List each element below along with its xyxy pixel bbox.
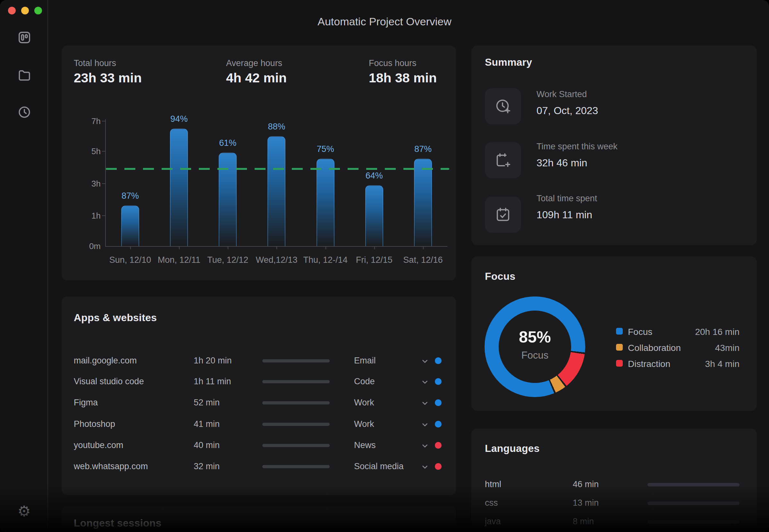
category-dropdown-button[interactable] bbox=[421, 463, 429, 471]
productivity-dot[interactable] bbox=[435, 357, 442, 364]
bar-group-sat: 87% Sat, 12/16 bbox=[399, 121, 447, 246]
language-name: css bbox=[485, 498, 498, 508]
app-category: Work bbox=[354, 398, 374, 408]
language-time: 8 min bbox=[573, 517, 594, 527]
weekly-overview-card: Total hours 23h 33 min Average hours 4h … bbox=[62, 46, 456, 280]
sidebar-item-history[interactable] bbox=[15, 103, 33, 121]
summary-value: 109h 11 min bbox=[537, 209, 592, 221]
close-window-button[interactable] bbox=[8, 7, 16, 14]
minimize-window-button[interactable] bbox=[21, 7, 29, 14]
app-usage-bar bbox=[262, 380, 330, 383]
app-name: Visual studio code bbox=[74, 377, 144, 387]
bar bbox=[121, 205, 139, 246]
language-usage-bar bbox=[648, 502, 740, 505]
y-tick-mark bbox=[102, 183, 105, 184]
folder-icon bbox=[17, 78, 31, 83]
app-row-whatsapp[interactable]: web.whatsapp.com 32 min Social media bbox=[62, 460, 456, 473]
clock-icon bbox=[17, 115, 31, 120]
summary-label: Work Started bbox=[537, 89, 587, 99]
y-tick-label: 1h bbox=[91, 211, 101, 220]
productivity-dot[interactable] bbox=[435, 399, 442, 406]
summary-card: Summary Work Started 07, Oct, 2023 Time … bbox=[472, 46, 757, 245]
category-dropdown-button[interactable] bbox=[421, 442, 429, 450]
focus-percent: 85% bbox=[485, 328, 585, 346]
x-tick-label: Sun, 12/10 bbox=[109, 255, 151, 265]
y-tick-label: 3h bbox=[91, 179, 101, 189]
legend-label: Distraction bbox=[628, 359, 670, 369]
zoom-window-button[interactable] bbox=[34, 7, 42, 14]
chevron-down-icon bbox=[421, 382, 429, 387]
app-category: Work bbox=[354, 419, 374, 429]
bar bbox=[316, 159, 334, 246]
y-tick-mark bbox=[102, 121, 105, 121]
goal-dashed-line bbox=[106, 168, 449, 170]
apps-websites-card: Apps & websites mail.google.com 1h 20 mi… bbox=[62, 296, 456, 495]
app-row-photoshop[interactable]: Photoshop 41 min Work bbox=[62, 418, 456, 431]
x-tick-label: Fri, 12/15 bbox=[356, 255, 393, 265]
language-row-css: css 13 min bbox=[472, 497, 757, 510]
gear-icon: ⚙ bbox=[17, 503, 30, 520]
productivity-dot[interactable] bbox=[435, 421, 442, 428]
bar-group-tue: 61% Tue, 12/12 bbox=[203, 121, 252, 246]
x-tick-label: Thu, 12-/14 bbox=[303, 255, 347, 265]
language-name: java bbox=[485, 517, 501, 527]
category-dropdown-button[interactable] bbox=[421, 378, 429, 386]
app-time: 1h 11 min bbox=[194, 377, 231, 387]
window-controls bbox=[8, 7, 42, 14]
bar-group-thu: 75% Thu, 12-/14 bbox=[301, 121, 350, 246]
legend-swatch bbox=[616, 360, 623, 367]
bar-slots: 87% Sun, 12/10 94% Mon, 12/11 61% bbox=[106, 121, 447, 246]
category-dropdown-button[interactable] bbox=[421, 420, 429, 429]
x-tick-mark bbox=[179, 246, 180, 249]
legend-value: 43min bbox=[715, 343, 740, 353]
summary-value: 32h 46 min bbox=[537, 157, 587, 169]
language-time: 13 min bbox=[573, 498, 599, 508]
settings-button[interactable]: ⚙ bbox=[14, 501, 34, 521]
productivity-dot[interactable] bbox=[435, 378, 442, 385]
sidebar-item-board[interactable] bbox=[15, 29, 33, 46]
app-name: youtube.com bbox=[74, 440, 123, 450]
screen: ⚙ Automatic Project Overview Total hours… bbox=[0, 0, 769, 532]
app-row-youtube[interactable]: youtube.com 40 min News bbox=[62, 439, 456, 452]
app-row-vscode[interactable]: Visual studio code 1h 11 min Code bbox=[62, 375, 456, 388]
x-tick-mark bbox=[228, 246, 228, 249]
app-usage-bar bbox=[262, 359, 330, 362]
productivity-dot[interactable] bbox=[435, 463, 442, 470]
bar bbox=[365, 185, 383, 246]
focus-card: Focus 85% Focus Focus 20h 16 min Collabo… bbox=[472, 256, 757, 411]
legend-value: 3h 4 min bbox=[705, 359, 740, 369]
app-name: Photoshop bbox=[74, 419, 115, 429]
legend-swatch bbox=[616, 328, 623, 335]
category-dropdown-button[interactable] bbox=[421, 399, 429, 407]
x-tick-mark bbox=[130, 246, 131, 249]
app-category: News bbox=[354, 440, 376, 450]
y-tick-label: 7h bbox=[91, 116, 101, 126]
bar-value-label: 61% bbox=[219, 138, 236, 148]
language-name: html bbox=[485, 479, 501, 489]
app-category: Code bbox=[354, 377, 375, 387]
app-row-mail[interactable]: mail.google.com 1h 20 min Email bbox=[62, 354, 456, 367]
category-dropdown-button[interactable] bbox=[421, 357, 429, 365]
x-tick-label: Tue, 12/12 bbox=[207, 255, 248, 265]
app-time: 32 min bbox=[194, 461, 220, 471]
language-usage-bar bbox=[648, 520, 740, 524]
bar-group-sun: 87% Sun, 12/10 bbox=[106, 121, 155, 246]
chevron-down-icon bbox=[421, 467, 429, 472]
productivity-dot[interactable] bbox=[435, 442, 442, 449]
languages-heading: Languages bbox=[485, 443, 540, 454]
summary-label: Time spent this week bbox=[537, 142, 618, 152]
app-usage-bar bbox=[262, 444, 330, 447]
app-row-figma[interactable]: Figma 52 min Work bbox=[62, 396, 456, 409]
app-category: Email bbox=[354, 356, 376, 366]
bar bbox=[170, 129, 188, 246]
summary-label: Total time spent bbox=[537, 194, 597, 204]
app-time: 40 min bbox=[194, 440, 220, 450]
language-row-html: html 46 min bbox=[472, 478, 757, 491]
bar-value-label: 94% bbox=[170, 114, 188, 124]
bar-value-label: 75% bbox=[317, 144, 334, 154]
sidebar-item-projects[interactable] bbox=[15, 66, 33, 84]
bar bbox=[219, 153, 237, 246]
chevron-down-icon bbox=[421, 403, 429, 408]
summary-heading: Summary bbox=[485, 56, 532, 68]
kanban-board-icon bbox=[17, 41, 31, 46]
